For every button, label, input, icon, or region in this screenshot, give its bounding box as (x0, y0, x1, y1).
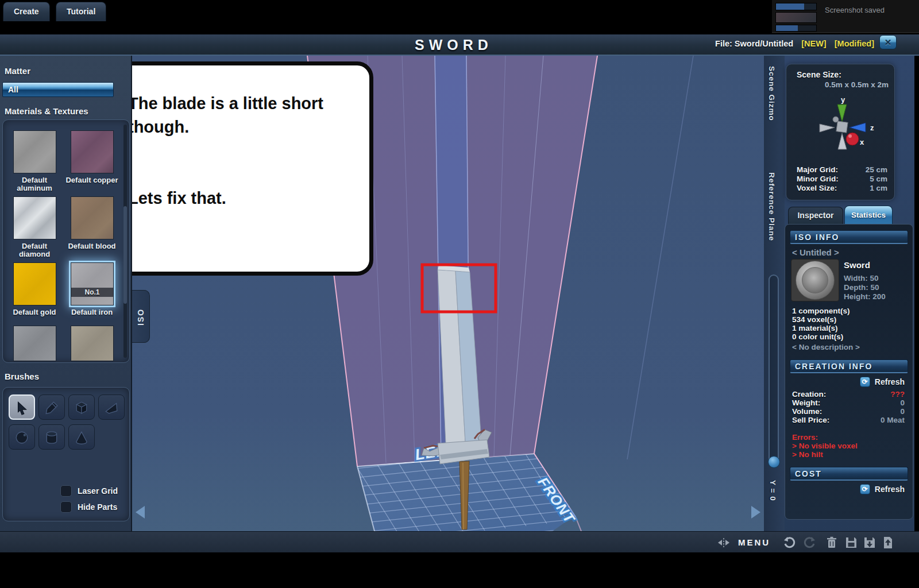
axis-gizmo[interactable]: y z x (799, 92, 885, 160)
material-label: Default gold (6, 308, 63, 316)
creation-row: Creation: ??? (792, 390, 905, 399)
brush-select-tool[interactable] (9, 394, 35, 420)
gray-axis-cone (838, 133, 847, 149)
material-swatch-diamond[interactable] (13, 196, 56, 239)
material-label: Default iron (63, 308, 121, 316)
minor-grid-row: Minor Grid:5 cm (797, 175, 887, 184)
material-label: Default blood (63, 242, 121, 250)
save-load-icon[interactable] (863, 536, 876, 550)
divider (772, 32, 919, 33)
tab-tutorial[interactable]: Tutorial (56, 2, 106, 21)
material-swatch-copper[interactable] (71, 130, 114, 173)
brush-pencil-tool[interactable] (38, 394, 65, 420)
brush-cube-tool[interactable] (68, 394, 95, 420)
material-label: Default copper (63, 176, 121, 184)
scene-gizmo-card: Scene Size: 0.5m x 0.5m x 2m y z x Major… (786, 64, 895, 200)
reference-plane-tab[interactable]: Reference Plane (767, 172, 776, 267)
y-plane-slider-handle[interactable] (768, 456, 780, 468)
trash-icon[interactable] (825, 536, 839, 550)
y-axis-label: y (841, 95, 845, 104)
mirror-icon[interactable] (717, 536, 731, 550)
material-swatch-iron-selected[interactable]: No.1 (71, 262, 114, 305)
x-sphere-highlight (848, 134, 852, 138)
export-icon[interactable] (881, 536, 895, 550)
material-swatch[interactable] (71, 326, 114, 361)
iso-name: Sword (844, 260, 870, 270)
file-flag-modified: [Modified] (835, 39, 874, 48)
checkbox[interactable] (60, 501, 72, 513)
tab-inspector[interactable]: Inspector (788, 207, 843, 224)
hide-parts-label: Hide Parts (78, 502, 117, 512)
iso-thumbnail (791, 259, 839, 301)
brush-sphere-tool[interactable] (9, 424, 35, 450)
scene-size-label: Scene Size: (797, 70, 841, 79)
sell-price-row: Sell Price: 0 Meat (792, 416, 905, 424)
major-grid-row: Major Grid:25 cm (797, 165, 887, 175)
laser-grid-toggle[interactable]: Laser Grid (60, 485, 118, 497)
iso-height: Height: 200 (844, 292, 886, 301)
volume-row: Volume: 0 (792, 407, 905, 416)
file-status: File: Sword/Untitled [NEW] [Modified] (715, 39, 874, 48)
undo-icon[interactable] (782, 536, 796, 550)
iso-components: 1 component(s) (792, 307, 850, 315)
checkbox[interactable] (60, 485, 72, 497)
brushes-panel: Laser Grid Hide Parts (2, 387, 130, 521)
error-item: > No visible voxel (792, 442, 858, 450)
cost-header: COST (790, 467, 908, 481)
menu-button[interactable]: MENU (738, 537, 770, 547)
screenshot-notification: Screenshot saved (772, 0, 919, 33)
notification-thumbnail (775, 3, 817, 10)
refresh-icon[interactable]: ⟳ (860, 377, 870, 387)
matter-filter-dropdown[interactable]: All (2, 82, 114, 97)
weight-row: Weight: 0 (792, 399, 905, 407)
creation-refresh-button[interactable]: ⟳ Refresh (860, 377, 905, 387)
iso-materials: 1 material(s) (792, 324, 838, 332)
material-swatch-aluminum[interactable] (13, 130, 56, 173)
z-axis-cone (850, 123, 866, 132)
material-swatch[interactable] (13, 326, 56, 361)
tab-statistics[interactable]: Statistics (844, 206, 893, 224)
iso-side-tab[interactable]: ISO (132, 290, 150, 343)
cube-icon (74, 400, 89, 415)
iso-width: Width: 50 (844, 274, 879, 283)
cursor-icon (14, 401, 29, 416)
statistics-panel: ISO INFO < Untitled > Sword Width: 50 De… (785, 224, 913, 520)
z-axis-label: z (870, 123, 874, 132)
iso-description: < No description > (792, 343, 860, 351)
bottom-toolbar: MENU (0, 531, 919, 552)
gizmo-knob (833, 117, 839, 122)
iso-voxels: 534 voxel(s) (792, 315, 836, 324)
material-badge: No.1 (71, 288, 113, 297)
materials-list: Default aluminum Default copper Default … (2, 119, 130, 363)
save-icon[interactable] (844, 536, 858, 550)
file-flag-new: [NEW] (801, 39, 827, 48)
close-icon[interactable]: ✕ (879, 35, 897, 49)
redo-icon[interactable] (803, 536, 817, 550)
material-label: Default diamond (6, 242, 63, 258)
notification-text: Screenshot saved (825, 6, 885, 14)
material-label: Default aluminum (6, 176, 63, 192)
material-swatch-gold[interactable] (13, 262, 56, 305)
y-plane-slider[interactable] (769, 274, 779, 464)
cost-refresh-button[interactable]: ⟳ Refresh (860, 484, 905, 494)
cone-icon (74, 430, 89, 445)
tab-create[interactable]: Create (3, 2, 50, 21)
x-axis-sphere (846, 133, 859, 145)
gray-axis-cone (820, 124, 835, 132)
materials-scrollbar-thumb[interactable] (123, 206, 127, 304)
bubble-text-1: The blade is a little short though. (111, 92, 358, 139)
scene-gizmo-tab[interactable]: Scene Gizmo (767, 66, 776, 141)
brush-wedge-tool[interactable] (98, 394, 125, 420)
refresh-icon[interactable]: ⟳ (860, 484, 870, 494)
material-swatch-blood[interactable] (71, 196, 114, 239)
page-title: SWORD (368, 37, 540, 53)
brush-cone-tool[interactable] (68, 424, 95, 450)
hide-parts-toggle[interactable]: Hide Parts (60, 501, 117, 513)
iso-tab-label: ISO (134, 291, 147, 343)
cylinder-icon (44, 430, 59, 445)
brush-cylinder-tool[interactable] (38, 424, 65, 450)
gizmo-center-cube (836, 121, 848, 133)
wedge-icon (104, 400, 119, 415)
refresh-label: Refresh (875, 485, 905, 494)
sphere-icon (14, 430, 29, 445)
